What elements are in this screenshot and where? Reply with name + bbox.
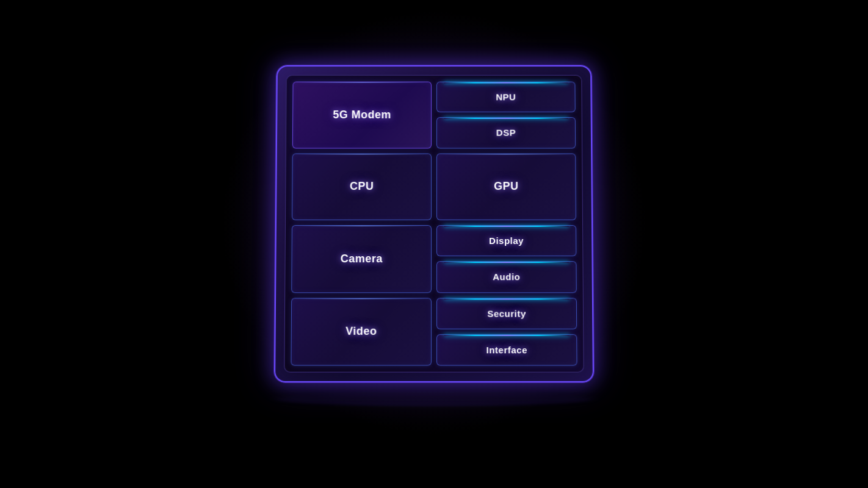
chip-col-right-bot: Security Interface [436, 298, 577, 366]
chip-label-display: Display [489, 235, 524, 246]
chip-block-security: Security [436, 298, 577, 329]
chip-label-5g-modem: 5G Modem [333, 109, 391, 121]
chip-label-security: Security [487, 308, 526, 318]
chip-block-video: Video [291, 298, 432, 366]
chip-block-cpu: CPU [292, 153, 432, 220]
chip-col-right-mid: Display Audio [436, 225, 577, 293]
chip-col-right-top: NPU DSP [436, 82, 576, 148]
chip-grid: 5G Modem NPU DSP CPU GPU Camera [284, 75, 584, 373]
chip-reflection [268, 392, 601, 406]
chip-label-camera: Camera [341, 253, 383, 265]
chip-block-npu: NPU [436, 82, 576, 113]
chip-block-display: Display [436, 225, 576, 256]
scene: 5G Modem NPU DSP CPU GPU Camera [275, 64, 593, 424]
chip-label-dsp: DSP [496, 127, 516, 138]
chip-block-gpu: GPU [436, 153, 576, 220]
chip-label-npu: NPU [496, 92, 516, 102]
chip-block-5g-modem: 5G Modem [292, 82, 432, 148]
chip-block-camera: Camera [291, 225, 432, 293]
chip-label-video: Video [345, 325, 377, 338]
chip-label-interface: Interface [486, 345, 527, 355]
chip-diagram: 5G Modem NPU DSP CPU GPU Camera [274, 65, 594, 382]
chip-label-gpu: GPU [494, 180, 519, 193]
chip-block-interface: Interface [436, 334, 577, 366]
chip-label-cpu: CPU [350, 180, 374, 193]
chip-label-audio: Audio [493, 272, 520, 282]
chip-block-dsp: DSP [436, 117, 576, 148]
chip-block-audio: Audio [436, 261, 577, 292]
